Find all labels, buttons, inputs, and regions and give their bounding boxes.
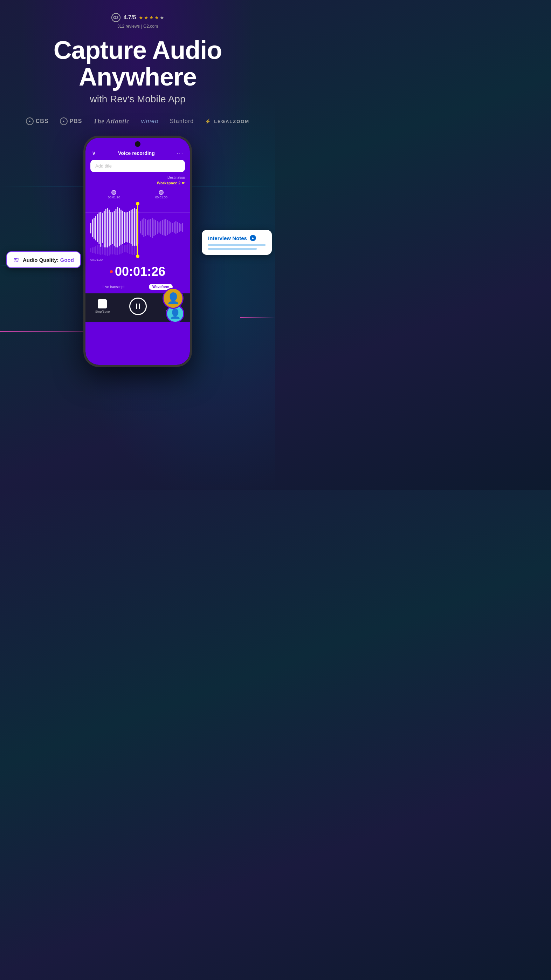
svg-rect-17 [117, 207, 118, 247]
svg-rect-79 [129, 243, 130, 254]
phone-container: ≋ Audio Quality: Good ∨ Voice recording … [0, 136, 275, 388]
hero-title-section: Capture Audio Anywhere with Rev's Mobile… [0, 29, 275, 105]
pause-icon [136, 304, 140, 309]
svg-rect-57 [92, 247, 93, 253]
audio-quality-label: Audio Quality: [23, 257, 59, 263]
svg-rect-30 [140, 221, 141, 234]
svg-rect-5 [97, 214, 98, 242]
title-placeholder: Add title [95, 163, 112, 169]
svg-rect-40 [157, 221, 158, 234]
timeline-markers: 00:01:20 00:01:30 [86, 190, 190, 199]
svg-rect-51 [176, 221, 176, 234]
svg-rect-4 [95, 216, 96, 240]
atlantic-label: The Atlantic [93, 118, 130, 125]
recording-dot [110, 270, 113, 273]
svg-rect-60 [97, 245, 98, 254]
svg-rect-1 [90, 223, 91, 234]
male-person-icon: 👤 [167, 293, 180, 304]
svg-rect-44 [164, 220, 165, 235]
svg-rect-76 [124, 245, 125, 252]
svg-rect-80 [131, 243, 132, 255]
g2-logo: G2 [111, 13, 121, 22]
svg-rect-65 [105, 243, 106, 256]
svg-rect-37 [152, 218, 153, 238]
back-chevron-icon[interactable]: ∨ [92, 150, 96, 156]
destination-label: Destination [91, 176, 185, 180]
svg-rect-32 [143, 218, 144, 237]
pbs-label: PBS [70, 118, 82, 124]
svg-rect-67 [109, 243, 110, 256]
edit-icon[interactable]: ✏ [182, 181, 185, 185]
svg-rect-62 [100, 244, 101, 255]
pin-dot-2 [159, 190, 164, 195]
svg-rect-20 [122, 211, 123, 244]
brand-legalzoom: ⚡ LEGALZOOM [205, 118, 249, 124]
svg-rect-64 [104, 244, 105, 255]
svg-rect-8 [102, 213, 103, 243]
svg-rect-13 [110, 212, 111, 245]
g2-label: G2 [113, 16, 118, 20]
waveform-time-label: 00:01:20 [91, 258, 103, 261]
transcript-text: Live transcript [103, 285, 124, 289]
notes-play-icon[interactable] [250, 235, 256, 241]
play-pause-action[interactable] [129, 298, 147, 315]
svg-rect-23 [127, 212, 128, 243]
rating-row: G2 4.7/5 ★ ★ ★ ★ ★ [111, 13, 165, 22]
svg-rect-53 [179, 223, 180, 232]
svg-rect-9 [104, 211, 105, 247]
timer-display: 00:01:26 [86, 261, 190, 282]
playhead-bottom-dot [136, 255, 140, 258]
play-pause-button[interactable] [129, 298, 147, 315]
svg-rect-78 [127, 244, 128, 253]
playhead-line [137, 202, 138, 258]
more-options-icon[interactable]: ··· [177, 150, 184, 156]
svg-rect-38 [153, 220, 154, 236]
svg-rect-16 [116, 209, 117, 247]
hero-heading: Capture Audio Anywhere [14, 37, 261, 90]
svg-rect-15 [114, 211, 115, 246]
stop-button-icon[interactable] [98, 299, 107, 309]
svg-rect-75 [122, 245, 123, 253]
avatar-male: 👤 [162, 288, 184, 309]
pbs-icon: ● [60, 118, 68, 125]
svg-rect-49 [172, 223, 173, 232]
avatar-pair: 👤 👤 [162, 288, 184, 323]
pin-dot-1 [111, 190, 116, 195]
svg-rect-56 [90, 248, 91, 252]
svg-rect-63 [102, 245, 103, 255]
svg-rect-61 [98, 245, 100, 255]
star-3-icon: ★ [149, 15, 154, 20]
brand-vimeo: vimeo [141, 118, 158, 125]
pause-bar-left [136, 304, 137, 309]
rating-section: G2 4.7/5 ★ ★ ★ ★ ★ 312 reviews | G2.com [0, 0, 275, 29]
svg-rect-55 [182, 223, 183, 232]
svg-rect-31 [142, 220, 143, 235]
phone-frame: ∨ Voice recording ··· Add title Destinat… [83, 136, 192, 367]
phone-notch [135, 141, 140, 147]
destination-value[interactable]: Workspace 2 ✏ [157, 180, 185, 185]
title-input-field[interactable]: Add title [91, 160, 185, 172]
rating-reviews: 312 reviews | G2.com [118, 24, 158, 29]
svg-rect-70 [114, 244, 115, 255]
rating-score: 4.7/5 [124, 14, 136, 21]
svg-rect-10 [105, 209, 106, 247]
notes-line-2 [208, 248, 257, 250]
stop-save-action[interactable]: Stop/Save [95, 299, 110, 313]
svg-rect-52 [177, 222, 178, 233]
waveform-icon: ≋ [13, 256, 19, 264]
waveform-bottom-time: 00:01:20 [86, 258, 190, 261]
waveform-area [86, 202, 190, 258]
cbs-label: CBS [36, 118, 49, 124]
svg-rect-21 [124, 212, 125, 243]
interview-notes-badge: Interview Notes [202, 230, 272, 255]
screen-title: Voice recording [118, 150, 155, 156]
pin-time-2: 00:01:30 [155, 196, 167, 199]
destination-workspace: Workspace 2 [157, 181, 181, 185]
svg-rect-83 [135, 242, 137, 255]
audio-quality-text: Audio Quality: Good [23, 257, 74, 263]
star-5-icon: ★ [160, 15, 164, 20]
hero-subtitle: with Rev's Mobile App [14, 94, 261, 105]
svg-rect-50 [174, 222, 175, 233]
phone-screen: ∨ Voice recording ··· Add title Destinat… [86, 138, 190, 365]
transcript-label: Live transcript [103, 285, 124, 289]
